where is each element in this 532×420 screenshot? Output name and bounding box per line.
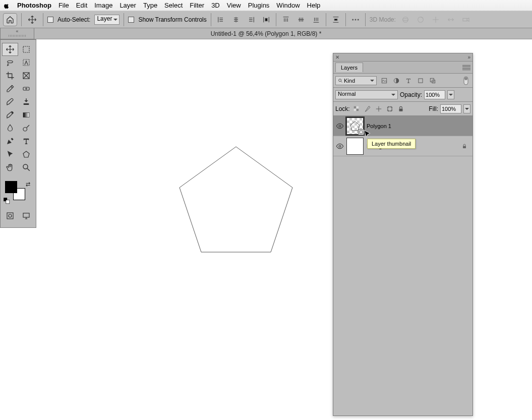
3d-roll-icon: [415, 14, 426, 25]
lock-image-icon[interactable]: [363, 104, 372, 113]
lock-artboard-icon[interactable]: [385, 104, 394, 113]
filter-smart-icon[interactable]: [428, 76, 437, 85]
crop-tool[interactable]: [2, 69, 18, 82]
lasso-tool[interactable]: [2, 56, 18, 69]
filter-toggle-switch[interactable]: [461, 76, 470, 85]
opacity-field[interactable]: 100%: [424, 90, 445, 99]
clone-stamp-tool[interactable]: [18, 95, 34, 108]
swap-colors-icon[interactable]: ⇄: [26, 181, 30, 188]
foreground-color-swatch[interactable]: [5, 181, 17, 193]
apple-icon[interactable]: [3, 2, 10, 9]
svg-point-0: [352, 19, 353, 20]
layer-filter-row: Kind: [333, 74, 472, 88]
blend-mode-dropdown[interactable]: Normal: [335, 90, 398, 99]
visibility-toggle[interactable]: [333, 122, 346, 130]
pen-tool[interactable]: [2, 135, 18, 148]
blur-tool[interactable]: [2, 122, 18, 135]
align-left-icon[interactable]: [215, 14, 226, 25]
layer-thumbnail[interactable]: [346, 117, 364, 135]
menu-layer[interactable]: Layer: [120, 2, 136, 9]
quick-mask-icon[interactable]: [2, 209, 18, 222]
brush-tool[interactable]: [2, 95, 18, 108]
auto-select-target-dropdown[interactable]: Layer: [94, 15, 120, 25]
fill-field[interactable]: 100%: [440, 104, 461, 113]
panel-tab-row: Layers: [333, 62, 472, 74]
panel-menu-icon[interactable]: [462, 65, 470, 70]
svg-rect-35: [399, 108, 402, 111]
hand-tool[interactable]: [2, 161, 18, 174]
shape-tool[interactable]: [18, 148, 34, 161]
layer-row-polygon-1[interactable]: Polygon 1: [333, 116, 472, 136]
app-name: Photoshop: [17, 2, 51, 9]
menu-file[interactable]: File: [58, 2, 69, 9]
align-right-icon[interactable]: [246, 14, 257, 25]
document-title-bar: Untitled-1 @ 56,4% (Polygon 1, RGB/8) *: [0, 28, 532, 39]
marquee-tool[interactable]: [18, 43, 34, 56]
fill-dropdown[interactable]: [463, 104, 470, 113]
align-top-icon[interactable]: [280, 14, 291, 25]
filter-adjustment-icon[interactable]: [392, 76, 401, 85]
move-tool-icon[interactable]: [26, 13, 39, 26]
show-transform-checkbox[interactable]: [128, 17, 134, 23]
gradient-tool[interactable]: [18, 108, 34, 122]
svg-marker-14: [23, 151, 29, 157]
screen-mode-icon[interactable]: [18, 209, 34, 222]
menu-plugins[interactable]: Plugins: [248, 2, 270, 9]
separator: [345, 13, 346, 26]
color-swatches: ⇄: [2, 181, 34, 202]
frame-tool[interactable]: [18, 69, 34, 82]
dodge-tool[interactable]: [18, 122, 34, 135]
distribute-v-icon[interactable]: [330, 14, 341, 25]
svg-rect-40: [463, 146, 466, 148]
filter-shape-icon[interactable]: [416, 76, 425, 85]
eyedropper-tool[interactable]: [2, 82, 18, 95]
filter-kind-dropdown[interactable]: Kind: [335, 76, 377, 85]
layers-list: Polygon 1 Background: [333, 116, 472, 415]
menu-type[interactable]: Type: [143, 2, 157, 9]
layer-name[interactable]: Polygon 1: [367, 123, 391, 129]
menu-filter[interactable]: Filter: [190, 2, 204, 9]
tooltip: Layer thumbnail: [367, 139, 416, 149]
lock-transparency-icon[interactable]: [352, 104, 361, 113]
svg-rect-18: [7, 213, 13, 219]
opacity-dropdown[interactable]: [447, 90, 454, 99]
lock-all-icon[interactable]: [396, 104, 405, 113]
tab-layers[interactable]: Layers: [335, 63, 363, 72]
panel-collapse-tab[interactable]: «: [0, 28, 34, 39]
svg-point-2: [358, 19, 359, 20]
default-colors-icon[interactable]: [3, 197, 10, 204]
collapse-panel-icon[interactable]: »: [467, 54, 470, 60]
svg-point-36: [339, 125, 341, 127]
menu-edit[interactable]: Edit: [76, 2, 87, 9]
align-bottom-icon[interactable]: [311, 14, 322, 25]
align-center-v-icon[interactable]: [295, 14, 307, 25]
menu-window[interactable]: Window: [276, 2, 300, 9]
svg-rect-27: [432, 80, 435, 83]
home-button[interactable]: [3, 13, 17, 26]
panel-titlebar[interactable]: ✕ »: [333, 53, 472, 62]
menu-help[interactable]: Help: [307, 2, 321, 9]
type-tool[interactable]: [18, 135, 34, 148]
history-brush-tool[interactable]: [2, 108, 18, 122]
path-selection-tool[interactable]: [2, 148, 18, 161]
lock-position-icon[interactable]: [374, 104, 383, 113]
menu-view[interactable]: View: [227, 2, 241, 9]
filter-pixel-icon[interactable]: [380, 76, 389, 85]
menu-3d[interactable]: 3D: [211, 2, 220, 9]
auto-select-checkbox[interactable]: [47, 17, 53, 23]
more-options-icon[interactable]: [350, 14, 361, 25]
menu-image[interactable]: Image: [94, 2, 112, 9]
healing-brush-tool[interactable]: [18, 82, 34, 95]
menu-select[interactable]: Select: [164, 2, 183, 9]
filter-type-icon[interactable]: [404, 76, 413, 85]
svg-point-11: [12, 112, 13, 113]
distribute-h-icon[interactable]: [261, 14, 272, 25]
svg-rect-12: [23, 113, 29, 117]
close-panel-icon[interactable]: ✕: [335, 54, 339, 60]
zoom-tool[interactable]: [18, 161, 34, 174]
visibility-toggle[interactable]: [333, 142, 346, 150]
move-tool[interactable]: [2, 43, 18, 56]
layer-thumbnail[interactable]: [346, 138, 364, 155]
align-center-h-icon[interactable]: [230, 14, 242, 25]
object-selection-tool[interactable]: [18, 56, 34, 69]
